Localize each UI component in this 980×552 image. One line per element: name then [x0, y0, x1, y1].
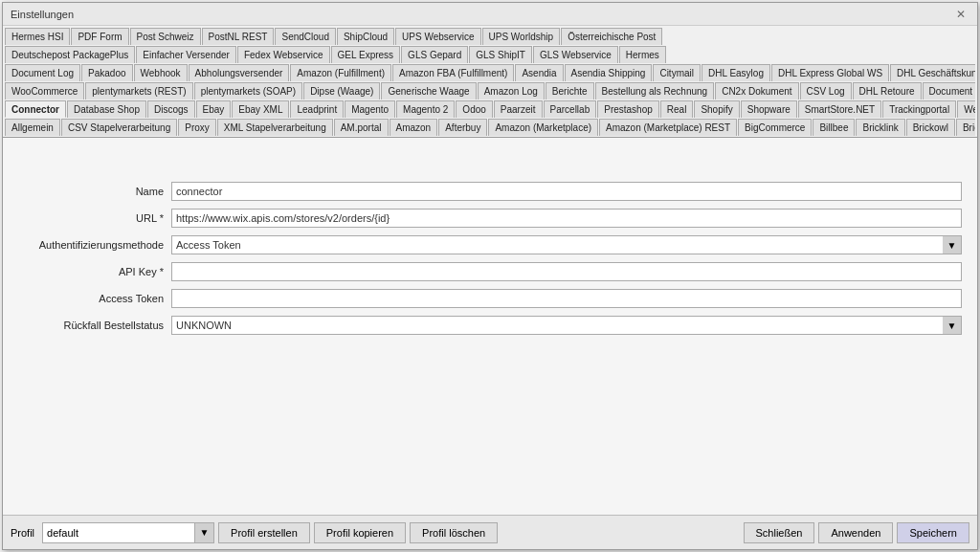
speichern-button[interactable]: Speichern	[897, 522, 969, 543]
tab-fedex-webservice[interactable]: Fedex Webservice	[237, 46, 330, 63]
profil-loeschen-button[interactable]: Profil löschen	[410, 522, 498, 543]
tab-plentymarkets-soap[interactable]: plentymarkets (SOAP)	[194, 82, 302, 99]
tab-xml-stapel[interactable]: XML Stapelverarbeitung	[217, 119, 333, 136]
tab-ups-worldship[interactable]: UPS Worldship	[482, 28, 561, 45]
tab-dhl-geschaeftskunden[interactable]: DHL Geschäftskundenversand	[890, 64, 975, 81]
tab-amazon-fulfillment[interactable]: Amazon (Fulfillment)	[290, 64, 391, 81]
tab-citymail[interactable]: Citymail	[653, 64, 701, 81]
tab-oesterreichische-post[interactable]: Österreichische Post	[561, 28, 662, 45]
tab-csv-stapel[interactable]: CSV Stapelverarbeitung	[61, 119, 177, 136]
tab-deutschepost-packageplus[interactable]: Deutschepost PackagePlus	[5, 46, 135, 63]
tab-document-log[interactable]: Document Log	[5, 64, 80, 81]
tab-leadprint[interactable]: Leadprint	[290, 100, 344, 118]
tab-gls-shipit[interactable]: GLS ShipIT	[469, 46, 532, 63]
tab-ups-webservice[interactable]: UPS Webservice	[395, 28, 480, 45]
tab-amazon-marketplace[interactable]: Amazon (Marketplace)	[488, 119, 598, 136]
tab-prestashop[interactable]: Prestashop	[597, 100, 659, 118]
tab-paarzeit[interactable]: Paarzeit	[494, 100, 543, 118]
profil-erstellen-button[interactable]: Profil erstellen	[218, 522, 310, 543]
name-input[interactable]	[171, 182, 962, 201]
tab-asendia-shipping[interactable]: Asendia Shipping	[565, 64, 653, 81]
profil-select[interactable]: default	[42, 522, 195, 543]
tab-parcellab[interactable]: Parcellab	[544, 100, 597, 118]
tab-bestellung-rechnung[interactable]: Bestellung als Rechnung	[595, 82, 715, 99]
tab-weclapp[interactable]: Weclapp	[957, 100, 975, 118]
form-row-apikey: API Key * ➜	[18, 262, 962, 281]
apikey-input[interactable]	[171, 262, 962, 281]
rueckfall-select[interactable]: UNKNOWN PENDING PROCESSING COMPLETED	[171, 316, 962, 335]
footer-left: Profil default ▼ Profil erstellen Profil…	[11, 522, 498, 543]
tab-ebay[interactable]: Ebay	[196, 100, 232, 118]
tab-abholungsversender[interactable]: Abholungsversender	[189, 64, 290, 81]
tab-woocommerce[interactable]: WooCommerce	[5, 82, 84, 99]
rueckfall-label: Rückfall Bestellstatus	[18, 320, 171, 331]
tab-postnl-rest[interactable]: PostNL REST	[202, 28, 275, 45]
tab-gls-webservice[interactable]: GLS Webservice	[533, 46, 618, 63]
tab-hermes[interactable]: Hermes	[619, 46, 666, 63]
tab-cn2x-dokument[interactable]: CN2x Dokument	[715, 82, 798, 99]
tab-shopware[interactable]: Shopware	[741, 100, 797, 118]
tab-pdf-form[interactable]: PDF Form	[71, 28, 128, 45]
tab-csv-log[interactable]: CSV Log	[800, 82, 852, 99]
tab-dhl-express-global[interactable]: DHL Express Global WS	[771, 64, 889, 81]
tab-database-shop[interactable]: Database Shop	[67, 100, 146, 118]
tabs-row-5: Connector Database Shop Discogs Ebay Eba…	[5, 100, 975, 118]
tab-billbee[interactable]: Billbee	[813, 119, 855, 136]
tab-brickscout[interactable]: Brickscout	[956, 119, 975, 136]
tab-amazon-marketplace-rest[interactable]: Amazon (Marketplace) REST	[599, 119, 737, 136]
tab-discogs[interactable]: Discogs	[147, 100, 195, 118]
tab-asendia[interactable]: Asendia	[515, 64, 563, 81]
tab-smartstore[interactable]: SmartStore.NET	[798, 100, 881, 118]
profil-select-arrow[interactable]: ▼	[195, 522, 214, 543]
tab-trackingportal[interactable]: Trackingportal	[882, 100, 956, 118]
tab-shipcloud[interactable]: ShipCloud	[337, 28, 394, 45]
tab-document-downloader[interactable]: Document Downloader	[923, 82, 975, 99]
footer: Profil default ▼ Profil erstellen Profil…	[3, 515, 977, 549]
close-button[interactable]: ✕	[952, 8, 969, 21]
tab-proxy[interactable]: Proxy	[178, 119, 216, 136]
main-window: Einstellungen ✕ Hermes HSI PDF Form Post…	[2, 2, 978, 550]
url-input[interactable]	[171, 209, 962, 228]
tab-einfacher-versender[interactable]: Einfacher Versender	[136, 46, 236, 63]
auth-select-arrow[interactable]: ▼	[943, 235, 962, 254]
rueckfall-select-wrapper: UNKNOWN PENDING PROCESSING COMPLETED ▼	[171, 316, 962, 335]
tab-berichte[interactable]: Berichte	[546, 82, 594, 99]
tab-amazon[interactable]: Amazon	[390, 119, 438, 136]
tab-brickowl[interactable]: Brickowl	[906, 119, 955, 136]
anwenden-button[interactable]: Anwenden	[818, 522, 893, 543]
access-token-input[interactable]	[171, 289, 962, 308]
tab-magento[interactable]: Magento	[345, 100, 395, 118]
profil-label: Profil	[11, 527, 34, 539]
tab-pakadoo[interactable]: Pakadoo	[81, 64, 132, 81]
tab-magento2[interactable]: Magento 2	[396, 100, 455, 118]
form-row-auth: Authentifizierungsmethode Access Token B…	[18, 235, 962, 254]
auth-select[interactable]: Access Token Basic Auth API Key None	[171, 235, 962, 254]
tab-ebay-xml[interactable]: Ebay XML	[232, 100, 289, 118]
tab-connector[interactable]: Connector	[5, 100, 66, 118]
tab-dipse-waage[interactable]: Dipse (Waage)	[303, 82, 380, 99]
rueckfall-select-arrow[interactable]: ▼	[943, 316, 962, 335]
tab-plentymarkets-rest[interactable]: plentymarkets (REST)	[85, 82, 192, 99]
schliessen-button[interactable]: Schließen	[744, 522, 815, 543]
tab-afterbuy[interactable]: Afterbuy	[438, 119, 487, 136]
tab-dhl-retoure[interactable]: DHL Retoure	[853, 82, 922, 99]
tab-bigcommerce[interactable]: BigCommerce	[738, 119, 812, 136]
tab-gel-express[interactable]: GEL Express	[331, 46, 401, 63]
tab-sendcloud[interactable]: SendCloud	[275, 28, 335, 45]
tab-amazon-fba[interactable]: Amazon FBA (Fulfillment)	[392, 64, 514, 81]
tab-am-portal[interactable]: AM.portal	[334, 119, 389, 136]
tab-shopify[interactable]: Shopify	[694, 100, 739, 118]
tab-bricklink[interactable]: Bricklink	[856, 119, 904, 136]
tab-hermes-hsi[interactable]: Hermes HSI	[5, 28, 70, 45]
tab-odoo[interactable]: Odoo	[456, 100, 492, 118]
tab-allgemein[interactable]: Allgemein	[5, 119, 60, 136]
profil-kopieren-button[interactable]: Profil kopieren	[314, 522, 406, 543]
tab-amazon-log[interactable]: Amazon Log	[478, 82, 545, 99]
tabs-row-6: Allgemein CSV Stapelverarbeitung Proxy X…	[5, 119, 975, 136]
tab-generische-waage[interactable]: Generische Waage	[381, 82, 476, 99]
tab-real[interactable]: Real	[660, 100, 694, 118]
tab-gls-gepard[interactable]: GLS Gepard	[401, 46, 468, 63]
tab-webhook[interactable]: Webhook	[134, 64, 188, 81]
tab-dhl-easylog[interactable]: DHL Easylog	[702, 64, 770, 81]
tab-post-schweiz[interactable]: Post Schweiz	[130, 28, 201, 45]
